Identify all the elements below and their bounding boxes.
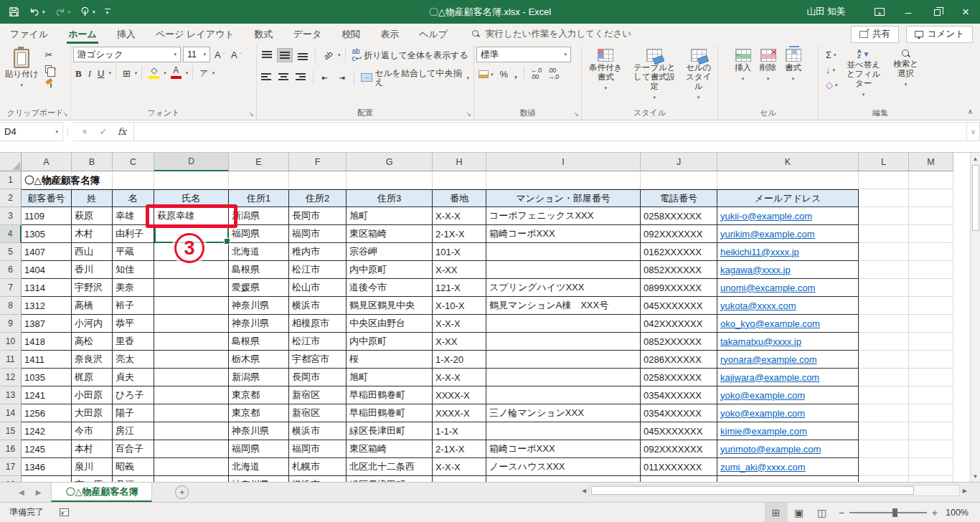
cell-E13[interactable]: 東京都 [229, 386, 289, 404]
cell-E8[interactable]: 神奈川県 [229, 297, 289, 315]
cell-G13[interactable]: 早稲田鶴巻町 [347, 386, 433, 404]
cell-J2[interactable]: 電話番号 [641, 189, 717, 207]
row-header-5[interactable]: 5 [0, 243, 22, 261]
merge-center-button[interactable]: ↔セルを結合して中央揃え▾ [359, 67, 471, 87]
cell-M8[interactable] [909, 297, 953, 315]
cell-A3[interactable]: 1109 [22, 207, 72, 225]
zoom-level[interactable]: 100% [943, 508, 980, 518]
cell-I6[interactable] [486, 261, 641, 279]
cell-L10[interactable] [859, 333, 909, 351]
cell-D2[interactable]: 氏名 [154, 189, 229, 207]
row-header-4[interactable]: 4 [0, 225, 22, 243]
cell-K6-email-link[interactable]: kagawa@xxxx.jp [717, 261, 859, 279]
minimize-button[interactable]: – [894, 0, 923, 24]
cell-A14[interactable]: 1256 [22, 404, 72, 422]
touch-mode-dropdown[interactable]: ▾ [93, 9, 95, 14]
format-cells-button[interactable]: 書式▾ [782, 47, 804, 84]
name-box[interactable]: D4▾ [0, 122, 63, 141]
cell-J10[interactable]: 0852XXXXXX [641, 333, 717, 351]
underline-dropdown[interactable]: ▾ [108, 70, 111, 76]
cell-L9[interactable] [859, 315, 909, 333]
cell-C9[interactable]: 恭平 [113, 315, 154, 333]
cell-J5[interactable]: 0162XXXXXX [641, 243, 717, 261]
align-bottom-button[interactable] [295, 48, 311, 62]
cell-K14-email-link[interactable]: yoko@example.com [717, 404, 859, 422]
cell-C11[interactable]: 亮太 [113, 351, 154, 369]
format-painter-button[interactable] [43, 77, 59, 89]
cell-E12[interactable]: 新潟県 [229, 369, 289, 386]
cell-A6[interactable]: 1404 [22, 261, 72, 279]
cell-H15[interactable]: 1-1-X [433, 422, 486, 440]
cell-C3[interactable]: 幸雄 [113, 207, 154, 225]
cell-styles-button[interactable]: セルのスタイル▾ [682, 47, 715, 103]
macro-record-icon[interactable] [60, 508, 69, 516]
phonetic-guide-dropdown[interactable]: ▾ [212, 70, 215, 76]
cell-B1[interactable] [72, 171, 113, 189]
cell-I1[interactable] [486, 171, 641, 189]
cell-C1[interactable] [113, 171, 154, 189]
share-button[interactable]: 共有 [851, 26, 899, 43]
cell-J16[interactable]: 092XXXXXXX [641, 440, 717, 458]
cell-L12[interactable] [859, 369, 909, 386]
cell-F2[interactable]: 住所2 [289, 189, 347, 207]
cell-E3[interactable]: 新潟県 [229, 207, 289, 225]
cell-D11[interactable] [154, 351, 229, 369]
horizontal-scrollbar-thumb[interactable] [591, 486, 914, 495]
redo-button[interactable]: ▾ [55, 6, 71, 17]
cell-G9[interactable]: 中央区由野台 [347, 315, 433, 333]
row-header-14[interactable]: 14 [0, 404, 22, 422]
cell-C18[interactable]: 君江 [113, 476, 154, 482]
align-middle-button[interactable] [277, 48, 293, 62]
copy-button[interactable]: ▾ [43, 64, 59, 75]
align-top-button[interactable] [259, 48, 275, 62]
cell-A12[interactable]: 1035 [22, 369, 72, 386]
confirm-entry-button[interactable]: ✓ [95, 126, 112, 137]
column-header-E[interactable]: E [229, 153, 289, 171]
cell-H13[interactable]: XXXX-X [433, 386, 486, 404]
cell-D14[interactable] [154, 404, 229, 422]
column-header-B[interactable]: B [72, 153, 113, 171]
undo-button[interactable]: ▾ [29, 6, 45, 17]
cell-L7[interactable] [859, 279, 909, 297]
cell-I11[interactable] [486, 351, 641, 369]
close-button[interactable]: × [951, 0, 980, 24]
cell-L1[interactable] [859, 171, 909, 189]
cell-E4[interactable]: 福岡県 [229, 225, 289, 243]
cell-L2[interactable] [859, 189, 909, 207]
cell-J8[interactable]: 045XXXXXXX [641, 297, 717, 315]
cell-F13[interactable]: 新宿区 [289, 386, 347, 404]
column-header-M[interactable]: M [909, 153, 953, 171]
tab-help[interactable]: ヘルプ [409, 24, 458, 44]
cell-E14[interactable]: 東京都 [229, 404, 289, 422]
cell-F5[interactable]: 稚内市 [289, 243, 347, 261]
cell-H11[interactable]: 1-X-20 [433, 351, 486, 369]
row-header-12[interactable]: 12 [0, 369, 22, 386]
cell-H10[interactable]: X-XX [433, 333, 486, 351]
cell-B14[interactable]: 大田原 [72, 404, 113, 422]
cell-K8-email-link[interactable]: yukota@xxxx.com [717, 297, 859, 315]
tell-me-search[interactable]: 実行したい作業を入力してください [472, 24, 631, 44]
cell-K15-email-link[interactable]: kimie@example.com [717, 422, 859, 440]
comments-button[interactable]: コメント [906, 26, 973, 43]
cell-F18[interactable]: 横浜市 [289, 476, 347, 482]
cell-A9[interactable]: 1387 [22, 315, 72, 333]
clipboard-dialog-launcher[interactable]: ↘ [62, 111, 68, 118]
cell-B8[interactable]: 高橋 [72, 297, 113, 315]
cell-D7[interactable] [154, 279, 229, 297]
cell-D18[interactable] [154, 476, 229, 482]
zoom-slider[interactable] [849, 512, 927, 513]
cell-M12[interactable] [909, 369, 953, 386]
cell-A15[interactable]: 1242 [22, 422, 72, 440]
cell-M18[interactable] [909, 476, 953, 482]
cell-C15[interactable]: 房江 [113, 422, 154, 440]
cell-E17[interactable]: 北海道 [229, 458, 289, 476]
cell-K9-email-link[interactable]: oko_kyo@example.com [717, 315, 859, 333]
cell-D6[interactable] [154, 261, 229, 279]
cancel-entry-button[interactable]: × [76, 126, 93, 137]
cell-B7[interactable]: 宇野沢 [72, 279, 113, 297]
formula-bar-splitter[interactable]: ⋮ [63, 122, 73, 141]
cell-E9[interactable]: 神奈川県 [229, 315, 289, 333]
cell-B15[interactable]: 今市 [72, 422, 113, 440]
vertical-scrollbar-thumb[interactable] [972, 165, 979, 231]
cell-J3[interactable]: 0258XXXXXX [641, 207, 717, 225]
